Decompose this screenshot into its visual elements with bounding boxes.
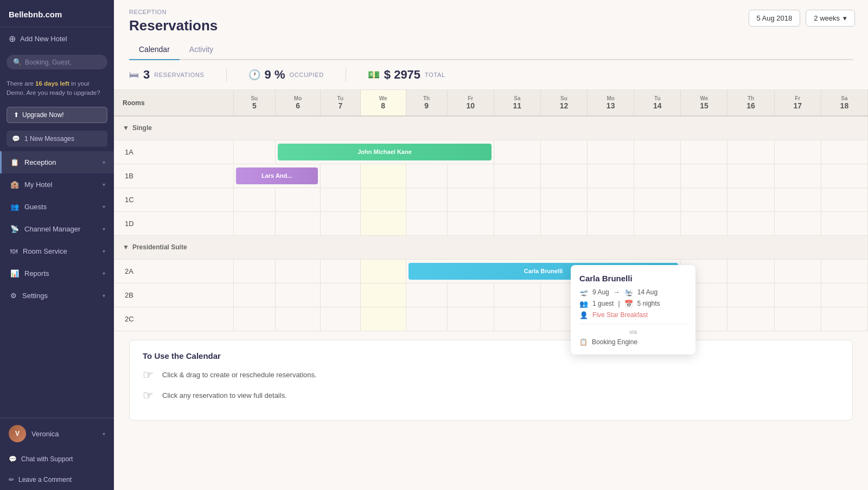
cell-2b-th9[interactable]: [406, 283, 447, 307]
search-box[interactable]: 🔍: [7, 55, 107, 69]
sidebar-item-guests[interactable]: 👥 Guests ▾: [0, 196, 114, 218]
cell-1d-su12[interactable]: [540, 211, 587, 235]
cell-1c-th9[interactable]: [406, 188, 447, 211]
sidebar-item-reception[interactable]: 📋 Reception ▾: [0, 151, 114, 173]
cell-1b-th9[interactable]: [406, 164, 447, 188]
cell-1c-fr17[interactable]: [774, 188, 821, 211]
cell-1c-th16[interactable]: [727, 188, 774, 211]
cell-2c-su12[interactable]: [540, 307, 587, 331]
period-selector-button[interactable]: 2 weeks ▾: [806, 10, 855, 27]
cell-1d-sa18[interactable]: [821, 211, 867, 235]
cell-2c-fr10[interactable]: [447, 307, 494, 331]
cell-1d-tu7[interactable]: [320, 211, 360, 235]
cell-2b-su12[interactable]: [540, 283, 587, 307]
cell-2b-th16[interactable]: [727, 283, 774, 307]
user-profile[interactable]: V Veronica ▾: [0, 418, 114, 449]
cell-1b-fr17[interactable]: [774, 164, 821, 188]
cell-2b-sa11[interactable]: [494, 283, 540, 307]
cell-2b-fr17[interactable]: [774, 283, 821, 307]
cell-1d-sa11[interactable]: [494, 211, 540, 235]
new-messages-item[interactable]: 💬 1 New Messages: [7, 131, 107, 147]
cell-1d-tu14[interactable]: [634, 211, 681, 235]
cell-1d-we8[interactable]: [360, 211, 406, 235]
sidebar-item-reports[interactable]: 📊 Reports ▾: [0, 262, 114, 285]
cell-2c-tu14[interactable]: [634, 307, 681, 331]
cell-2b-tu14[interactable]: [634, 283, 681, 307]
cell-1c-sa11[interactable]: [494, 188, 540, 211]
cell-1c-su5[interactable]: [233, 188, 276, 211]
date-picker-button[interactable]: 5 Aug 2018: [749, 10, 801, 27]
cell-2b-su5[interactable]: [233, 283, 276, 307]
upgrade-button[interactable]: ⬆ Upgrade Now!: [7, 107, 107, 123]
chat-support-button[interactable]: 💬 Chat with Support: [0, 449, 114, 469]
cell-2a-fr17[interactable]: [774, 259, 821, 283]
cell-1c-we15[interactable]: [681, 188, 727, 211]
cell-2a-we15[interactable]: [681, 259, 727, 283]
cell-1c-tu7[interactable]: [320, 188, 360, 211]
cell-2b-mo13[interactable]: [588, 283, 634, 307]
cell-2c-th16[interactable]: [727, 307, 774, 331]
cell-1c-we8[interactable]: [360, 188, 406, 211]
cell-2b-fr10[interactable]: [447, 283, 494, 307]
cell-2a-we8[interactable]: [360, 259, 406, 283]
cell-2a-mo6[interactable]: [276, 259, 321, 283]
cell-2c-th9[interactable]: [406, 307, 447, 331]
cell-1b-mo13[interactable]: [588, 164, 634, 188]
cell-2c-fr17[interactable]: [774, 307, 821, 331]
cell-1c-mo6[interactable]: [276, 188, 321, 211]
cell-1a-tu14[interactable]: [634, 140, 681, 164]
cell-2a-th9[interactable]: Carla Brunelli Carla Brunelli 🛫 9 Aug → …: [406, 259, 681, 283]
cell-2b-mo6[interactable]: [276, 283, 321, 307]
cell-1b-we15[interactable]: [681, 164, 727, 188]
cell-2c-tu7[interactable]: [320, 307, 360, 331]
cell-2c-su5[interactable]: [233, 307, 276, 331]
cell-1a-we15[interactable]: [681, 140, 727, 164]
cell-2c-sa11[interactable]: [494, 307, 540, 331]
cell-1c-fr10[interactable]: [447, 188, 494, 211]
sidebar-item-channel-manager[interactable]: 📡 Channel Manager ▾: [0, 218, 114, 240]
cell-1c-sa18[interactable]: [821, 188, 867, 211]
sidebar-item-settings[interactable]: ⚙ Settings ▾: [0, 285, 114, 307]
reservation-carla-brunelli[interactable]: Carla Brunelli: [409, 263, 679, 280]
cell-1c-mo13[interactable]: [588, 188, 634, 211]
cell-2b-we15[interactable]: [681, 283, 727, 307]
cell-1b-tu14[interactable]: [634, 164, 681, 188]
cell-1c-su12[interactable]: [540, 188, 587, 211]
cell-2a-su5[interactable]: [233, 259, 276, 283]
cell-1a-sa18[interactable]: [821, 140, 867, 164]
reservation-john-kane[interactable]: John Michael Kane: [278, 144, 492, 160]
cell-1b-tu7[interactable]: [320, 164, 360, 188]
reservation-lars[interactable]: Lars And...: [236, 167, 318, 184]
cell-2b-we8[interactable]: [360, 283, 406, 307]
search-input[interactable]: [25, 59, 101, 66]
tab-activity[interactable]: Activity: [180, 41, 223, 60]
cell-1d-th16[interactable]: [727, 211, 774, 235]
cell-1a-su5[interactable]: [233, 140, 276, 164]
cell-1d-th9[interactable]: [406, 211, 447, 235]
cell-2a-sa18[interactable]: [821, 259, 867, 283]
cell-1d-su5[interactable]: [233, 211, 276, 235]
cell-1b-su12[interactable]: [540, 164, 587, 188]
cell-2c-we15[interactable]: [681, 307, 727, 331]
cell-1c-tu14[interactable]: [634, 188, 681, 211]
cell-2c-mo13[interactable]: [588, 307, 634, 331]
cell-2c-we8[interactable]: [360, 307, 406, 331]
leave-comment-button[interactable]: ✏ Leave a Comment: [0, 469, 114, 490]
cell-1d-fr17[interactable]: [774, 211, 821, 235]
cell-1b-th16[interactable]: [727, 164, 774, 188]
cell-1d-we15[interactable]: [681, 211, 727, 235]
cell-1a-mo6[interactable]: John Michael Kane: [276, 140, 494, 164]
cell-1b-sa18[interactable]: [821, 164, 867, 188]
cell-1a-mo13[interactable]: [588, 140, 634, 164]
cell-1a-sa11[interactable]: [494, 140, 540, 164]
cell-1b-we8[interactable]: [360, 164, 406, 188]
cell-1d-mo6[interactable]: [276, 211, 321, 235]
sidebar-item-my-hotel[interactable]: 🏨 My Hotel ▾: [0, 173, 114, 196]
cell-2b-tu7[interactable]: [320, 283, 360, 307]
cell-1a-su12[interactable]: [540, 140, 587, 164]
tab-calendar[interactable]: Calendar: [129, 41, 180, 60]
cell-1a-th16[interactable]: [727, 140, 774, 164]
cell-2a-th16[interactable]: [727, 259, 774, 283]
cell-1b-sa11[interactable]: [494, 164, 540, 188]
cell-2c-mo6[interactable]: [276, 307, 321, 331]
